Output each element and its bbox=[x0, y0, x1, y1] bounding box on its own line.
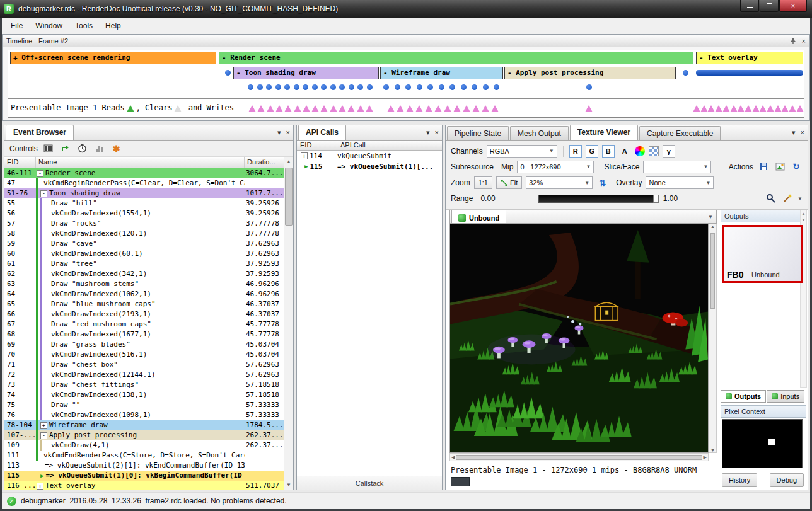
event-row[interactable]: 116-...+Text overlay511.7037 bbox=[4, 481, 284, 490]
tab-pipeline-state[interactable]: Pipeline State bbox=[447, 126, 509, 140]
timeline-draw-dot[interactable] bbox=[303, 84, 308, 90]
timeline-close-icon[interactable]: × bbox=[802, 37, 806, 45]
flip-y-icon[interactable]: ⇅ bbox=[599, 178, 606, 188]
write-marker-triangle[interactable] bbox=[796, 105, 804, 112]
magnifier-icon[interactable] bbox=[765, 192, 777, 205]
write-marker-triangle[interactable] bbox=[347, 105, 355, 112]
chevron-down-icon[interactable]: ▼ bbox=[708, 214, 713, 220]
write-marker-triangle[interactable] bbox=[767, 105, 774, 112]
event-row[interactable]: 51-76-Toon shading draw1017.7... bbox=[4, 188, 284, 198]
timeline-bar[interactable]: - Toon shading draw bbox=[233, 67, 379, 79]
minimize-button[interactable] bbox=[740, 0, 759, 12]
write-marker-triangle[interactable] bbox=[357, 105, 364, 112]
event-row[interactable]: 64vkCmdDrawIndexed(1062,1)46.96296 bbox=[4, 289, 284, 299]
menu-help[interactable]: Help bbox=[99, 19, 127, 33]
timeline-draw-dot[interactable] bbox=[461, 84, 467, 90]
scroll-up-icon[interactable]: ▲ bbox=[284, 157, 293, 166]
timeline-bar[interactable]: - Render scene bbox=[219, 52, 693, 64]
event-row[interactable]: 113=> vkQueueSubmit(2)[1]: vkEndCommandB… bbox=[4, 461, 284, 471]
refresh-icon[interactable]: ↻ bbox=[790, 161, 803, 173]
debug-button[interactable]: Debug bbox=[770, 473, 804, 487]
write-marker-triangle[interactable] bbox=[453, 105, 461, 112]
timeline-draw-dot[interactable] bbox=[284, 84, 290, 90]
event-row[interactable]: 60vkCmdDrawIndexed(60,1)37.62963 bbox=[4, 249, 284, 259]
event-row[interactable]: 57Draw "rocks"37.77778 bbox=[4, 219, 284, 229]
menu-file[interactable]: File bbox=[4, 19, 29, 33]
goto-icon[interactable] bbox=[59, 142, 72, 155]
mip-dropdown[interactable]: 0 - 1272x690▼ bbox=[517, 161, 594, 173]
timeline-draw-dot[interactable] bbox=[439, 84, 444, 90]
timeline-draw-dot[interactable] bbox=[276, 84, 281, 90]
channel-r-button[interactable]: R bbox=[569, 145, 582, 158]
write-marker-triangle[interactable] bbox=[715, 105, 722, 112]
write-marker-triangle[interactable] bbox=[491, 105, 499, 112]
write-marker-triangle[interactable] bbox=[472, 105, 480, 112]
event-row[interactable]: 75Draw ""57.33333 bbox=[4, 400, 284, 410]
event-row[interactable]: 68vkCmdDrawIndexed(1677,1)45.77778 bbox=[4, 330, 284, 340]
event-row[interactable]: 58vkCmdDrawIndexed(120,1)37.77778 bbox=[4, 229, 284, 239]
close-icon[interactable]: × bbox=[286, 129, 290, 136]
gamma-button[interactable]: γ bbox=[663, 145, 675, 158]
write-marker-triangle[interactable] bbox=[693, 105, 700, 112]
event-row[interactable]: 63Draw "mushroom stems"46.96296 bbox=[4, 279, 284, 289]
timeline-bar[interactable]: + Off-screen scene rendering bbox=[10, 52, 216, 64]
tab-event-browser[interactable]: Event Browser bbox=[6, 125, 74, 140]
close-button[interactable]: × bbox=[779, 0, 807, 12]
api-call-row[interactable]: +114vkQueueSubmit bbox=[297, 151, 442, 161]
api-call-row[interactable]: ▶115=> vkQueueSubmit(1)[... bbox=[297, 161, 442, 172]
wand-icon[interactable] bbox=[781, 192, 794, 205]
zoom-dropdown[interactable]: 32%▼ bbox=[526, 176, 593, 189]
event-row[interactable]: 46-111-Render scene3064.7... bbox=[4, 168, 284, 178]
timeline-draw-dot[interactable] bbox=[367, 84, 373, 90]
write-marker-triangle[interactable] bbox=[320, 105, 328, 112]
filter-icon[interactable] bbox=[42, 142, 55, 155]
write-marker-triangle[interactable] bbox=[425, 105, 432, 112]
tab-capture-executable[interactable]: Capture Executable bbox=[639, 126, 721, 140]
write-marker-triangle[interactable] bbox=[284, 105, 292, 112]
event-row[interactable]: 71Draw "chest box"57.62963 bbox=[4, 360, 284, 370]
timeline-draw-dot[interactable] bbox=[483, 84, 489, 90]
timeline-draw-dot[interactable] bbox=[294, 84, 299, 90]
column-duration[interactable]: Duratio... bbox=[245, 157, 284, 168]
timeline-draw-dot[interactable] bbox=[494, 84, 499, 90]
zoom-1-1-button[interactable]: 1:1 bbox=[474, 176, 492, 189]
write-marker-triangle[interactable] bbox=[700, 105, 708, 112]
timeline-draw-dot[interactable] bbox=[472, 84, 477, 90]
slice-face-dropdown[interactable]: ▼ bbox=[643, 161, 711, 173]
expand-toggle-icon[interactable]: - bbox=[40, 190, 47, 197]
write-marker-triangle[interactable] bbox=[737, 105, 745, 112]
write-marker-triangle[interactable] bbox=[406, 105, 414, 112]
expand-toggle-icon[interactable]: + bbox=[37, 483, 44, 490]
event-row[interactable]: 74vkCmdDrawIndexed(138,1)57.18518 bbox=[4, 390, 284, 400]
write-marker-triangle[interactable] bbox=[397, 105, 404, 112]
timeline-draw-dot[interactable] bbox=[225, 70, 231, 76]
texture-horizontal-scrollbar[interactable]: ◀▶ bbox=[450, 453, 709, 461]
scroll-thumb[interactable] bbox=[285, 168, 293, 226]
expand-toggle-icon[interactable]: + bbox=[40, 422, 47, 429]
timeline-draw-dot[interactable] bbox=[330, 84, 336, 90]
timeline-draw-dot[interactable] bbox=[266, 84, 272, 90]
menu-window[interactable]: Window bbox=[29, 19, 69, 33]
event-browser-scrollbar[interactable]: ▲ ▼ bbox=[284, 157, 293, 490]
timeline-bar[interactable]: - Text overlay bbox=[696, 52, 803, 64]
timeline-draw-dot[interactable] bbox=[349, 84, 354, 90]
event-row[interactable]: 70vkCmdDrawIndexed(516,1)45.03704 bbox=[4, 350, 284, 360]
event-row[interactable]: 67Draw "red mushroom caps"45.77778 bbox=[4, 319, 284, 330]
event-row[interactable]: 107-...-Apply post processing262.37... bbox=[4, 430, 284, 440]
write-marker-triangle[interactable] bbox=[722, 105, 730, 112]
channel-g-button[interactable]: G bbox=[586, 145, 598, 158]
write-marker-triangle[interactable] bbox=[774, 105, 782, 112]
expand-toggle-icon[interactable]: - bbox=[37, 170, 44, 177]
write-marker-triangle[interactable] bbox=[311, 105, 319, 112]
write-marker-triangle[interactable] bbox=[339, 105, 346, 112]
timeline-draw-bar[interactable] bbox=[696, 70, 803, 76]
expand-toggle-icon[interactable]: + bbox=[301, 152, 308, 159]
side-tab-inputs[interactable]: Inputs bbox=[767, 390, 804, 403]
timeline-bar[interactable]: - Apply post processing bbox=[504, 67, 676, 79]
write-marker-triangle[interactable] bbox=[366, 105, 373, 112]
timeline-draw-dot[interactable] bbox=[312, 84, 318, 90]
save-icon[interactable] bbox=[757, 161, 770, 173]
side-tab-outputs[interactable]: Outputs bbox=[721, 390, 766, 403]
timeline-draw-dot[interactable] bbox=[683, 70, 688, 76]
tab-mesh-output[interactable]: Mesh Output bbox=[510, 126, 569, 140]
